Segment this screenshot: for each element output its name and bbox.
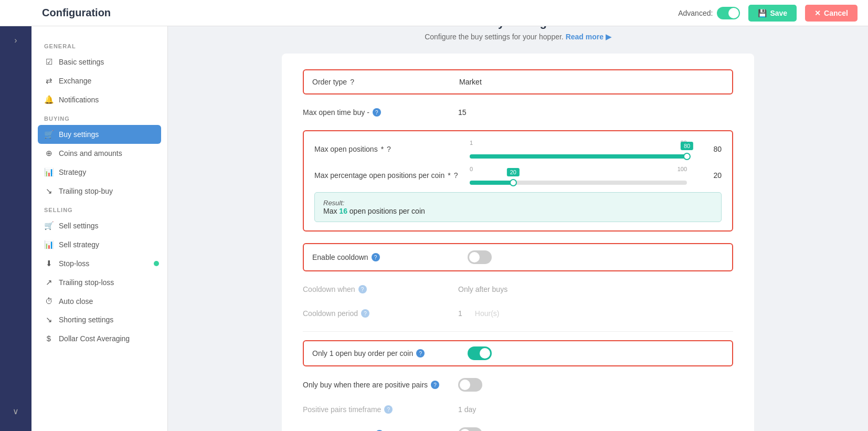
only1-help-icon[interactable]: ? bbox=[416, 349, 425, 358]
cooldown-when-row: Cooldown when ? Only after buys bbox=[303, 283, 733, 296]
trailing-stop-loss-icon: ↗ bbox=[44, 278, 54, 287]
dca-icon: $ bbox=[44, 334, 54, 343]
cooldown-period-label: Cooldown period ? bbox=[303, 309, 450, 318]
order-type-help-icon[interactable]: ? bbox=[350, 78, 354, 86]
sidebar-item-trailing-stop-buy[interactable]: ↘ Trailing stop-buy bbox=[31, 182, 167, 201]
max-percentage-help-icon[interactable]: ? bbox=[454, 171, 458, 180]
max-open-positions-track: 80 bbox=[470, 154, 687, 159]
stop-loss-icon: ⬇ bbox=[44, 259, 54, 268]
max-open-time-help-icon[interactable]: ? bbox=[373, 108, 381, 117]
sidebar-item-exchange[interactable]: ⇄ Exchange bbox=[31, 71, 167, 90]
cooldown-when-value: Only after buys bbox=[458, 283, 507, 296]
basic-settings-icon: ☑ bbox=[44, 57, 54, 67]
positive-pairs-timeframe-label: Positive pairs timeframe ? bbox=[303, 405, 450, 414]
cooldown-period-row: Cooldown period ? 1 Hour(s) bbox=[303, 307, 733, 320]
advanced-toggle-group: Advanced: bbox=[678, 7, 740, 19]
sidebar-item-sell-strategy[interactable]: 📊 Sell strategy bbox=[31, 235, 167, 254]
sidebar-item-notifications[interactable]: 🔔 Notifications bbox=[31, 90, 167, 109]
shorting-settings-icon: ↘ bbox=[44, 315, 54, 324]
positive-pairs-help-icon[interactable]: ? bbox=[431, 381, 439, 389]
only1-row: Only 1 open buy order per coin ? bbox=[303, 340, 733, 366]
sidebar-item-stop-loss[interactable]: ⬇ Stop-loss bbox=[31, 254, 167, 273]
auto-merge-row: Auto merge positions ? bbox=[303, 427, 733, 431]
enable-cooldown-row: Enable cooldown ? bbox=[312, 250, 724, 264]
order-type-label: Order type ? bbox=[312, 78, 459, 86]
cooldown-when-label: Cooldown when ? bbox=[303, 285, 450, 293]
max-open-positions-label: Max open positions * ? bbox=[314, 145, 461, 153]
cooldown-period-help-icon: ? bbox=[361, 309, 369, 318]
enable-cooldown-toggle[interactable] bbox=[468, 250, 492, 264]
main-content: Buy Settings Configure the buy settings … bbox=[168, 0, 868, 431]
positive-pairs-toggle[interactable] bbox=[458, 378, 482, 392]
max-pct-required: * bbox=[448, 171, 450, 180]
max-open-positions-slider-wrapper: 1 80 80 bbox=[470, 140, 687, 159]
positive-pairs-row: Only buy when there are positive pairs ? bbox=[303, 378, 733, 392]
max-percentage-thumb[interactable] bbox=[510, 179, 517, 186]
sidebar-item-shorting-settings[interactable]: ↘ Shorting settings bbox=[31, 310, 167, 329]
save-button[interactable]: 💾 Save bbox=[748, 5, 797, 22]
divider-1 bbox=[303, 331, 733, 332]
settings-card: Order type ? Market Max open time buy - … bbox=[282, 54, 754, 431]
sell-settings-icon: 🛒 bbox=[44, 221, 54, 230]
max-open-positions-bubble: 80 bbox=[681, 142, 693, 150]
cancel-icon: ✕ bbox=[814, 9, 821, 17]
auto-merge-toggle[interactable] bbox=[458, 427, 482, 431]
sidebar: GENERAL ☑ Basic settings ⇄ Exchange 🔔 No… bbox=[31, 26, 168, 431]
buying-section-label: BUYING bbox=[31, 109, 167, 125]
positive-pairs-timeframe-row: Positive pairs timeframe ? 1 day bbox=[303, 403, 733, 416]
result-text: Max 16 open positions per coin bbox=[323, 207, 713, 215]
advanced-toggle[interactable] bbox=[717, 7, 740, 19]
left-nav-bottom-chevron[interactable]: ∨ bbox=[8, 402, 23, 421]
only1-label: Only 1 open buy order per coin ? bbox=[312, 349, 459, 358]
exchange-icon: ⇄ bbox=[44, 76, 54, 86]
max-percentage-label: Max percentage open positions per coin *… bbox=[314, 171, 461, 180]
positive-pairs-timeframe-value: 1 day bbox=[458, 403, 476, 416]
max-open-time-label: Max open time buy - ? bbox=[303, 108, 450, 117]
sell-strategy-icon: 📊 bbox=[44, 240, 54, 249]
cooldown-period-unit: Hour(s) bbox=[475, 307, 500, 320]
max-pct-minmax: 0 100 bbox=[470, 166, 687, 172]
max-percentage-slider-wrapper: 0 100 20 bbox=[470, 166, 687, 185]
sidebar-item-basic-settings[interactable]: ☑ Basic settings bbox=[31, 52, 167, 71]
notifications-icon: 🔔 bbox=[44, 95, 54, 104]
max-open-positions-thumb[interactable] bbox=[683, 153, 691, 160]
stop-loss-dot bbox=[154, 261, 159, 266]
selling-section-label: SELLING bbox=[31, 201, 167, 216]
max-open-time-value: 15 bbox=[458, 106, 467, 119]
trailing-stop-buy-icon: ↘ bbox=[44, 186, 54, 196]
buy-settings-icon: 🛒 bbox=[44, 130, 54, 139]
read-more-link[interactable]: Read more ▶ bbox=[566, 33, 611, 41]
max-percentage-row: Max percentage open positions per coin *… bbox=[314, 166, 722, 185]
max-percentage-fill bbox=[470, 181, 513, 185]
cooldown-period-value: 1 bbox=[458, 307, 462, 320]
sidebar-item-dca[interactable]: $ Dollar Cost Averaging bbox=[31, 329, 167, 348]
sidebar-item-coins-amounts[interactable]: ⊕ Coins and amounts bbox=[31, 144, 167, 163]
sidebar-item-auto-close[interactable]: ⏱ Auto close bbox=[31, 292, 167, 310]
enable-cooldown-label: Enable cooldown ? bbox=[312, 253, 459, 261]
cooldown-when-help-icon: ? bbox=[358, 285, 367, 293]
max-open-positions-value: 80 bbox=[695, 145, 722, 153]
coins-amounts-icon: ⊕ bbox=[44, 149, 54, 158]
order-type-value: Market bbox=[459, 76, 482, 88]
sidebar-item-buy-settings[interactable]: 🛒 Buy settings bbox=[38, 125, 161, 144]
max-open-positions-row: Max open positions * ? 1 80 80 80 bbox=[314, 140, 722, 159]
general-section-label: GENERAL bbox=[31, 37, 167, 52]
result-box: Result: Max 16 open positions per coin bbox=[314, 192, 722, 222]
sidebar-item-strategy[interactable]: 📊 Strategy bbox=[31, 163, 167, 182]
only1-toggle[interactable] bbox=[468, 346, 492, 360]
max-percentage-track: 20 bbox=[470, 181, 687, 185]
page-title: Configuration bbox=[42, 7, 111, 19]
max-open-required: * bbox=[381, 145, 384, 153]
topbar-right: Advanced: 💾 Save ✕ Cancel bbox=[678, 5, 858, 22]
left-nav-chevron[interactable]: › bbox=[10, 31, 21, 49]
max-open-positions-help-icon[interactable]: ? bbox=[387, 145, 391, 153]
section-subtitle: Configure the buy settings for your hopp… bbox=[189, 33, 847, 41]
cancel-button[interactable]: ✕ Cancel bbox=[805, 5, 858, 22]
sidebar-item-trailing-stop-loss[interactable]: ↗ Trailing stop-loss bbox=[31, 273, 167, 292]
enable-cooldown-help-icon[interactable]: ? bbox=[372, 253, 380, 261]
sidebar-item-sell-settings[interactable]: 🛒 Sell settings bbox=[31, 216, 167, 235]
positive-pairs-label: Only buy when there are positive pairs ? bbox=[303, 381, 450, 389]
topbar: Configuration Advanced: 💾 Save ✕ Cancel bbox=[0, 0, 868, 26]
slider-section: Max open positions * ? 1 80 80 80 bbox=[303, 130, 733, 232]
auto-close-icon: ⏱ bbox=[44, 297, 54, 306]
